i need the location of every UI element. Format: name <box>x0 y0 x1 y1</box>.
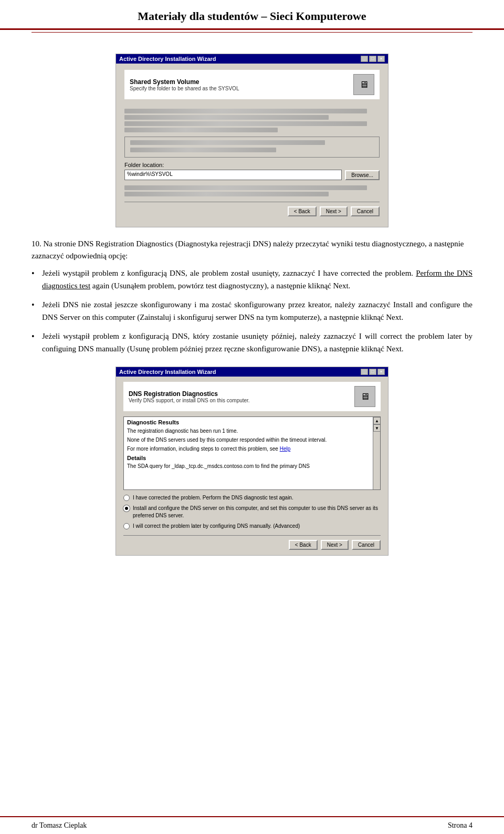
close-button[interactable]: × <box>377 56 385 62</box>
dns-titlebar-text: Active Directory Installation Wizard <box>119 369 216 375</box>
item-text: Na stronie DNS Registration Diagnostics … <box>32 239 464 260</box>
nav-buttons-1: < Back Next > Cancel <box>124 202 380 216</box>
wizard-content: Folder location: %windir%\SYSVOL Browse.… <box>124 105 380 221</box>
page-header: Materiały dla studentów – Sieci Komputer… <box>0 0 504 30</box>
option-2-text: Install and configure the DNS server on … <box>133 505 381 519</box>
dns-window-buttons: _ □ × <box>361 369 385 375</box>
page-title: Materiały dla studentów – Sieci Komputer… <box>32 9 472 23</box>
wizard-header-section: Shared System Volume Specify the folder … <box>124 70 380 99</box>
dns-nav-buttons: < Back Next > Cancel <box>123 535 381 550</box>
dns-scrollbar[interactable]: ▲ ▼ <box>373 417 380 489</box>
options-section <box>124 137 380 158</box>
details-title: Details <box>127 455 368 461</box>
footer-page: Strona 4 <box>448 821 472 830</box>
next-button-1[interactable]: Next > <box>320 206 348 216</box>
maximize-button[interactable]: □ <box>369 56 376 62</box>
cancel-button-1[interactable]: Cancel <box>351 206 380 216</box>
back-button-1[interactable]: < Back <box>288 206 317 216</box>
results-line-2: None of the DNS servers used by this com… <box>127 436 368 444</box>
blurred-text-1 <box>124 109 367 113</box>
details-text: The SDA query for _ldap._tcp.dc._msdcs.c… <box>127 463 368 470</box>
dns-maximize-button[interactable]: □ <box>369 369 376 375</box>
window-buttons: _ □ × <box>361 56 385 62</box>
folder-input-row: %windir%\SYSVOL Browse... <box>124 170 380 180</box>
dns-wizard-icon-symbol: 🖥 <box>360 391 370 402</box>
blurred-extra-1 <box>124 185 367 190</box>
main-content: Active Directory Installation Wizard _ □… <box>0 33 504 566</box>
blurred-extra-2 <box>124 192 329 196</box>
dns-wizard-subtitle: Verify DNS support, or install DNS on th… <box>129 398 250 403</box>
numbered-item-10: 10. Na stronie DNS Registration Diagnost… <box>32 238 472 262</box>
radio-option-1[interactable] <box>123 495 130 501</box>
option-3-text: I will correct the problem later by conf… <box>133 523 300 530</box>
dns-cancel-button[interactable]: Cancel <box>352 540 381 550</box>
dns-wizard-header: DNS Registration Diagnostics Verify DNS … <box>123 382 381 411</box>
dns-wizard-body: DNS Registration Diagnostics Verify DNS … <box>116 377 388 555</box>
dns-back-button[interactable]: < Back <box>289 540 318 550</box>
browse-button[interactable]: Browse... <box>345 170 380 180</box>
dns-next-button[interactable]: Next > <box>321 540 349 550</box>
wizard-titlebar: Active Directory Installation Wizard _ □… <box>116 54 388 64</box>
dns-wizard-title: DNS Registration Diagnostics <box>129 390 250 398</box>
bullet-2-text: Jeżeli DNS nie został jeszcze skonfiguro… <box>42 300 472 321</box>
option-row-2: Install and configure the DNS server on … <box>123 505 381 519</box>
folder-location-label: Folder location: <box>124 162 380 168</box>
option-1-text: I have corrected the problem. Perform th… <box>133 494 293 502</box>
option-row-3: I will correct the problem later by conf… <box>123 523 381 530</box>
folder-input[interactable]: %windir%\SYSVOL <box>124 170 342 180</box>
first-screenshot-area: Active Directory Installation Wizard _ □… <box>110 54 394 227</box>
minimize-button[interactable]: _ <box>361 56 368 62</box>
folder-value: %windir%\SYSVOL <box>127 171 173 177</box>
blurred-text-3 <box>124 121 367 126</box>
radio-option-3[interactable] <box>123 523 130 529</box>
dns-registration-screenshot: Active Directory Installation Wizard _ □… <box>116 367 388 556</box>
option-text-2 <box>130 148 276 152</box>
wizard-icon: 🖥 <box>353 74 374 95</box>
titlebar-text: Active Directory Installation Wizard <box>119 56 216 62</box>
bullet-1-text: Jeżeli wystąpił problem z konfiguracją D… <box>42 269 472 290</box>
results-line-1: The registration diagnostic has been run… <box>127 428 368 435</box>
wizard-icon-symbol: 🖥 <box>359 79 369 90</box>
wizard-header-text: Shared System Volume Specify the folder … <box>130 78 239 91</box>
option-row-1: I have corrected the problem. Perform th… <box>123 494 381 502</box>
item-number: 10. <box>32 239 41 248</box>
dns-results-scrollable[interactable]: Diagnostic Results The registration diag… <box>123 416 381 490</box>
dns-titlebar: Active Directory Installation Wizard _ □… <box>116 367 388 377</box>
option-text-1 <box>130 140 325 145</box>
blurred-text-4 <box>124 128 278 132</box>
diagnostic-results-title: Diagnostic Results <box>127 419 368 425</box>
wizard-subtitle: Specify the folder to be shared as the S… <box>130 86 239 91</box>
radio-option-2[interactable] <box>123 505 130 512</box>
footer-author: dr Tomasz Cieplak <box>32 821 87 830</box>
scrollbar-up-arrow[interactable]: ▲ <box>373 417 381 424</box>
wizard-body: Shared System Volume Specify the folder … <box>116 64 388 227</box>
results-line-3: For more information, including steps to… <box>127 445 368 453</box>
dns-minimize-button[interactable]: _ <box>361 369 368 375</box>
help-link[interactable]: Help <box>280 446 291 452</box>
bullet-list: Jeżeli wystąpił problem z konfiguracją D… <box>32 267 472 355</box>
bullet-item-2: Jeżeli DNS nie został jeszcze skonfiguro… <box>32 298 472 324</box>
dns-wizard-header-text: DNS Registration Diagnostics Verify DNS … <box>129 390 250 403</box>
blurred-text-2 <box>124 115 329 120</box>
wizard-title: Shared System Volume <box>130 78 239 86</box>
scrollbar-down-arrow[interactable]: ▼ <box>373 424 381 432</box>
bullet-3-text: Jeżeli wystąpił problem z konfiguracją D… <box>42 332 472 353</box>
bullet-item-3: Jeżeli wystąpił problem z konfiguracją D… <box>32 330 472 355</box>
dns-wizard-icon: 🖥 <box>354 386 375 407</box>
dns-close-button[interactable]: × <box>377 369 385 375</box>
bullet-item-1: Jeżeli wystąpił problem z konfiguracją D… <box>32 267 472 292</box>
shared-system-volume-screenshot: Active Directory Installation Wizard _ □… <box>116 54 388 227</box>
page-footer: dr Tomasz Cieplak Strona 4 <box>0 816 504 834</box>
